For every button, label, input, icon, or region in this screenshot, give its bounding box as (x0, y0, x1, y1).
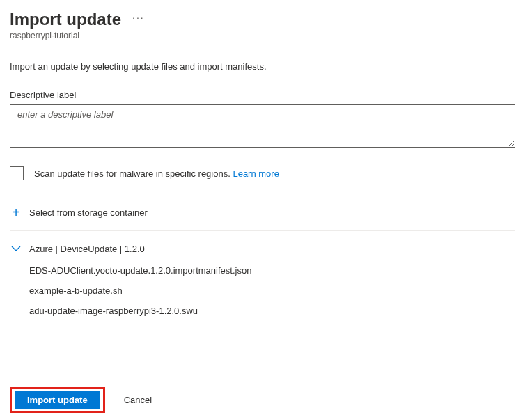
cancel-button[interactable]: Cancel (114, 391, 162, 409)
select-storage-label: Select from storage container (29, 207, 148, 218)
learn-more-link[interactable]: Learn more (233, 168, 279, 179)
description-text: Import an update by selecting update fil… (10, 61, 522, 72)
list-item: example-a-b-update.sh (29, 285, 522, 296)
page-subtitle: raspberrypi-tutorial (10, 31, 522, 40)
list-item: EDS-ADUClient.yocto-update.1.2.0.importm… (29, 265, 522, 276)
expand-azure-section[interactable]: Azure | DeviceUpdate | 1.2.0 (10, 244, 522, 254)
expand-label: Azure | DeviceUpdate | 1.2.0 (29, 244, 145, 254)
malware-scan-text: Scan update files for malware in specifi… (34, 168, 233, 179)
file-list: EDS-ADUClient.yocto-update.1.2.0.importm… (29, 265, 522, 316)
select-storage-container[interactable]: + Select from storage container (10, 204, 522, 221)
malware-scan-checkbox[interactable] (10, 166, 24, 180)
malware-scan-label: Scan update files for malware in specifi… (34, 168, 279, 179)
plus-icon: + (10, 205, 22, 219)
more-icon[interactable]: ··· (132, 12, 145, 27)
chevron-down-icon (10, 246, 22, 253)
descriptive-label-caption: Descriptive label (10, 90, 522, 100)
list-item: adu-update-image-raspberrypi3-1.2.0.swu (29, 306, 522, 316)
descriptive-label-input[interactable] (10, 104, 515, 148)
import-update-button[interactable]: Import update (15, 391, 100, 409)
divider (10, 230, 515, 231)
import-button-highlight: Import update (10, 387, 105, 413)
page-title: Import update (10, 10, 121, 29)
